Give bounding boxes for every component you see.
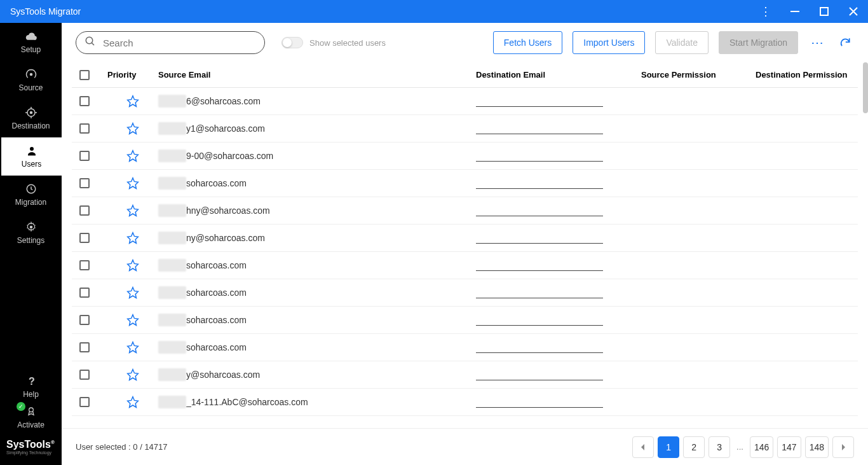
footer: User selected : 0 / 14717 1 2 3 ... 146 … — [62, 428, 868, 465]
maximize-button[interactable] — [810, 0, 839, 23]
priority-star[interactable] — [107, 177, 158, 190]
radar-icon — [25, 68, 37, 81]
destination-email-cell[interactable] — [476, 95, 641, 107]
row-checkbox[interactable] — [79, 315, 90, 325]
page-1-button[interactable]: 1 — [658, 436, 679, 458]
refresh-icon[interactable] — [836, 36, 854, 49]
sidebar-item-label: Migration — [15, 198, 46, 207]
row-checkbox[interactable] — [79, 123, 90, 134]
page-148-button[interactable]: 148 — [805, 436, 829, 458]
titlebar: SysTools Migrator ⋮ — [0, 0, 868, 23]
row-checkbox[interactable] — [79, 96, 90, 106]
main-panel: Show selected users Fetch Users Import U… — [62, 23, 868, 465]
menu-dots-icon[interactable]: ⋮ — [751, 0, 780, 23]
sidebar-item-activate[interactable]: ✓ Activate — [0, 402, 62, 433]
destination-email-cell[interactable] — [476, 123, 641, 134]
users-table: Priority Source Email Destination Email … — [62, 62, 868, 428]
svg-rect-0 — [790, 11, 799, 12]
email-suffix: _14-111.AbC@soharcoas.com — [186, 397, 308, 407]
row-checkbox[interactable] — [79, 370, 90, 380]
email-suffix: soharcoas.com — [186, 260, 247, 270]
col-priority: Priority — [107, 70, 158, 80]
page-next-button[interactable] — [832, 436, 854, 458]
sidebar-item-label: Setup — [21, 45, 41, 54]
redacted-prefix — [158, 232, 186, 244]
destination-email-cell[interactable] — [476, 396, 641, 408]
fetch-users-button[interactable]: Fetch Users — [493, 31, 562, 54]
scrollbar[interactable] — [863, 62, 868, 113]
sidebar-item-label: Users — [22, 160, 41, 169]
redacted-prefix — [158, 177, 186, 190]
sidebar-item-source[interactable]: Source — [0, 61, 62, 99]
page-147-button[interactable]: 147 — [777, 436, 801, 458]
page-3-button[interactable]: 3 — [709, 436, 730, 458]
priority-star[interactable] — [107, 314, 158, 326]
destination-email-cell[interactable] — [476, 177, 641, 189]
search-field — [76, 31, 265, 54]
priority-star[interactable] — [107, 95, 158, 108]
row-checkbox[interactable] — [79, 260, 90, 270]
col-dest: Destination Email — [476, 70, 641, 80]
select-all-checkbox[interactable] — [79, 70, 90, 80]
page-146-button[interactable]: 146 — [750, 436, 773, 458]
col-source: Source Email — [158, 70, 476, 80]
priority-star[interactable] — [107, 232, 158, 244]
sidebar-item-label: Settings — [17, 236, 44, 245]
priority-star[interactable] — [107, 204, 158, 217]
page-ellipsis: ... — [734, 442, 746, 452]
badge-icon — [25, 405, 37, 418]
more-dots-icon[interactable]: ⋯ — [808, 35, 826, 50]
pagination: 1 2 3 ... 146 147 148 — [632, 436, 854, 458]
close-button[interactable] — [839, 0, 868, 23]
svg-point-2 — [29, 73, 32, 76]
destination-email-cell[interactable] — [476, 205, 641, 216]
sidebar-item-setup[interactable]: Setup — [0, 23, 62, 61]
table-row: soharcoas.com — [72, 279, 858, 307]
sidebar-item-destination[interactable]: Destination — [0, 99, 62, 137]
help-icon: ? — [25, 375, 37, 387]
redacted-prefix — [158, 314, 186, 326]
priority-star[interactable] — [107, 341, 158, 354]
source-email-cell: y1@soharcoas.com — [158, 122, 476, 135]
email-suffix: soharcoas.com — [186, 315, 247, 325]
destination-email-cell[interactable] — [476, 314, 641, 326]
priority-star[interactable] — [107, 259, 158, 272]
priority-star[interactable] — [107, 368, 158, 381]
row-checkbox[interactable] — [79, 233, 90, 243]
destination-email-cell[interactable] — [476, 287, 641, 298]
row-checkbox[interactable] — [79, 288, 90, 298]
priority-star[interactable] — [107, 149, 158, 162]
sidebar-item-migration[interactable]: Migration — [0, 176, 62, 214]
source-email-cell: soharcoas.com — [158, 314, 476, 326]
priority-star[interactable] — [107, 286, 158, 299]
row-checkbox[interactable] — [79, 397, 90, 407]
sidebar-item-users[interactable]: Users — [0, 137, 62, 176]
row-checkbox[interactable] — [79, 178, 90, 188]
row-checkbox[interactable] — [79, 342, 90, 352]
show-selected-toggle[interactable] — [281, 37, 303, 48]
destination-email-cell[interactable] — [476, 150, 641, 162]
row-checkbox[interactable] — [79, 151, 90, 161]
svg-point-5 — [30, 147, 34, 151]
priority-star[interactable] — [107, 122, 158, 135]
toolbar: Show selected users Fetch Users Import U… — [62, 23, 868, 62]
search-input[interactable] — [76, 31, 265, 54]
redacted-prefix — [158, 204, 186, 217]
redacted-prefix — [158, 286, 186, 299]
email-suffix: soharcoas.com — [186, 288, 247, 298]
minimize-button[interactable] — [780, 0, 810, 23]
row-checkbox[interactable] — [79, 205, 90, 216]
destination-email-cell[interactable] — [476, 232, 641, 244]
destination-email-cell[interactable] — [476, 260, 641, 271]
page-prev-button[interactable] — [632, 436, 654, 458]
import-users-button[interactable]: Import Users — [573, 31, 645, 54]
app-title: SysTools Migrator — [0, 6, 81, 17]
destination-email-cell[interactable] — [476, 342, 641, 353]
sidebar-item-label: Help — [23, 390, 39, 399]
sidebar-item-settings[interactable]: Settings — [0, 214, 62, 252]
email-suffix: soharcoas.com — [186, 342, 247, 352]
page-2-button[interactable]: 2 — [683, 436, 705, 458]
destination-email-cell[interactable] — [476, 369, 641, 380]
sidebar-item-help[interactable]: ? Help — [0, 371, 62, 402]
priority-star[interactable] — [107, 396, 158, 408]
